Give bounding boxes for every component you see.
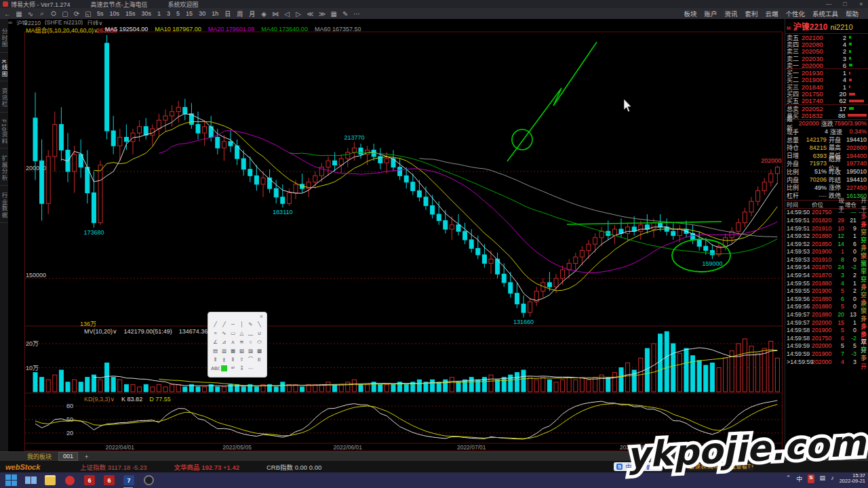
draw-tool-icon-34[interactable]: ⋯ xyxy=(246,365,255,372)
draw-tool-icon-1[interactable]: ╱ xyxy=(220,321,229,328)
toolbar-icon-7[interactable]: ◱ xyxy=(85,10,92,18)
taskbar-app-wh6-5[interactable]: 6 xyxy=(102,474,116,487)
welcome-tab[interactable]: 系统欢迎图 xyxy=(168,0,199,9)
draw-tool-icon-19[interactable]: ▥ xyxy=(220,347,229,354)
draw-tool-icon-8[interactable]: ▭ xyxy=(229,329,237,337)
ime-icon-4[interactable]: ⊞ xyxy=(654,464,660,470)
draw-tool-icon-21[interactable]: ▧ xyxy=(237,347,246,354)
ime-icon-1[interactable]: ' xyxy=(634,464,635,470)
tray-icon-0[interactable]: ⌃ xyxy=(786,474,791,483)
ime-icon-2[interactable]: ✎ xyxy=(638,464,644,470)
toolbar-right-icon-5[interactable]: ≫ xyxy=(319,10,326,18)
period-button-15[interactable]: 15 xyxy=(185,10,193,17)
maximize-button[interactable]: □ xyxy=(838,1,852,7)
toolbar-right-icon-6[interactable]: ▦ xyxy=(330,10,337,18)
tray-icon-3[interactable]: ▤ xyxy=(820,474,826,483)
menu-item-个性化[interactable]: 个性化 xyxy=(785,9,805,18)
draw-tool-icon-28[interactable]: ⌒ xyxy=(246,356,255,363)
draw-tool-icon-17[interactable]: ⬭ xyxy=(255,338,264,346)
draw-tool-icon-5[interactable]: ╲ xyxy=(255,321,264,328)
toolbar-right-icon-3[interactable]: ▷ xyxy=(295,10,302,18)
draw-tool-icon-33[interactable]: ⁑ xyxy=(237,365,246,372)
toolbar-icon-4[interactable]: ⛭ xyxy=(50,9,57,18)
tray-icon-2[interactable]: S xyxy=(808,474,814,483)
draw-tool-icon-30[interactable]: ABC xyxy=(211,365,220,372)
toolbar-right-icon-8[interactable]: ⋯ xyxy=(353,10,360,18)
taskbar-app-browser[interactable] xyxy=(63,474,77,487)
book-row-卖一[interactable]: 卖一2020006 xyxy=(785,62,868,68)
ime-icon-0[interactable]: 中 xyxy=(625,462,631,471)
toolbar-icon-0[interactable]: ← xyxy=(4,10,11,18)
tick-tape-list[interactable]: 14:59:50201750----------14:59:5120182029… xyxy=(785,209,868,366)
draw-tool-icon-0[interactable]: ╱ xyxy=(211,321,220,328)
taskbar-app-start[interactable] xyxy=(4,474,18,487)
toolbar-icon-2[interactable]: ∿ xyxy=(27,10,34,18)
toolbar-icon-6[interactable]: ⟳ xyxy=(73,10,80,18)
draw-tool-icon-20[interactable]: ▦ xyxy=(229,347,237,354)
toolbar-icon-1[interactable]: ▦ xyxy=(16,10,22,18)
menu-item-账户[interactable]: 账户 xyxy=(704,9,717,18)
draw-tool-icon-3[interactable]: │ xyxy=(237,321,246,328)
draw-tool-icon-14[interactable]: ⋏ xyxy=(229,338,237,346)
menu-item-云端[interactable]: 云端 xyxy=(765,9,778,18)
draw-tool-icon-23[interactable]: ▩ xyxy=(255,347,264,354)
symbol-bar[interactable]: ∞ 沪镍2210 (SHFE ni2210) 日线∨ xyxy=(8,19,785,25)
draw-tool-icon-7[interactable]: ∿ xyxy=(220,329,229,337)
mv-value-0[interactable]: MV(10,20)∨ xyxy=(84,328,117,335)
sidebar-tab-行业数据[interactable]: 行业数据 xyxy=(0,192,8,223)
sidebar-tab-K线图[interactable]: K线图 xyxy=(0,60,8,82)
period-button-3[interactable]: 3 xyxy=(166,10,171,17)
draw-tool-icon-18[interactable]: ▤ xyxy=(211,347,220,354)
sidebar-tab-分时图[interactable]: 分时图 xyxy=(0,28,8,53)
chart-region[interactable]: 20000015000020万10万8050202022/04/012022/0… xyxy=(8,25,785,451)
minimize-button[interactable]: — xyxy=(822,1,835,7)
draw-tool-icon-4[interactable]: ✎ xyxy=(246,321,255,328)
toolbar-right-icon-1[interactable]: ⋈ xyxy=(272,10,279,18)
period-button-日[interactable]: 日 xyxy=(224,9,231,18)
period-button-1h[interactable]: 1h xyxy=(211,10,219,17)
period-button-30s[interactable]: 30s xyxy=(141,10,153,17)
taskbar-app-obs[interactable] xyxy=(142,474,155,487)
toolbar-right-icon-0[interactable]: ◈ xyxy=(260,10,267,18)
draw-tool-icon-16[interactable]: ○ xyxy=(246,338,255,346)
input-method-bar[interactable]: S 中'✎▦⊞ xyxy=(614,462,663,471)
sidebar-tab-扩展分析[interactable]: 扩展分析 xyxy=(0,155,8,186)
toolbar-right-icon-2[interactable]: ◁ xyxy=(283,10,290,18)
draw-tool-icon-13[interactable]: ⊿ xyxy=(220,338,229,346)
draw-tool-icon-31[interactable] xyxy=(221,365,227,371)
period-button-5s[interactable]: 5s xyxy=(96,10,104,17)
taskbar-app-taskview[interactable] xyxy=(24,474,37,487)
draw-tool-icon-24[interactable]: ⫴ xyxy=(211,356,220,363)
close-icon[interactable]: × xyxy=(260,313,263,320)
draw-tool-icon-10[interactable]: ﹏ xyxy=(246,329,255,337)
period-button-1[interactable]: 1 xyxy=(157,10,161,17)
draw-tool-icon-12[interactable]: ∠ xyxy=(211,338,220,346)
close-button[interactable]: × xyxy=(854,1,868,7)
sidebar-tab-F10资料[interactable]: F10资料 xyxy=(0,119,8,149)
tray-icon-4[interactable]: ♪ xyxy=(831,474,834,483)
period-button-15s[interactable]: 15s xyxy=(125,10,136,17)
period-button-5[interactable]: 5 xyxy=(176,10,180,17)
kline-chart-canvas[interactable]: 20000015000020万10万8050202022/04/012022/0… xyxy=(8,25,785,451)
draw-tool-icon-9[interactable]: △ xyxy=(237,329,246,337)
kd-value-0[interactable]: KD(9,3,3)∨ xyxy=(84,396,115,403)
toolbar-right-icon-4[interactable]: ≪ xyxy=(307,10,313,18)
toolbar-icon-5[interactable]: ▢ xyxy=(62,10,68,18)
watchlist-tab-001[interactable]: 001 xyxy=(58,452,78,461)
period-button-10s[interactable]: 10s xyxy=(109,10,121,17)
taskbar-app-wh6-4[interactable]: 6 xyxy=(83,474,96,487)
period-button-月[interactable]: 月 xyxy=(248,9,256,18)
book-row-买五[interactable]: 买五20174062 xyxy=(785,98,868,104)
taskbar-clock[interactable]: 15:37 2022-09-21 xyxy=(840,473,865,484)
draw-tool-icon-32[interactable]: ᵃᶻ xyxy=(229,365,237,372)
menu-item-系统工具[interactable]: 系统工具 xyxy=(812,9,838,18)
ime-icon-3[interactable]: ▦ xyxy=(646,464,652,470)
draw-tool-icon-27[interactable]: ⇧ xyxy=(237,356,246,363)
period-button-30[interactable]: 30 xyxy=(198,10,206,17)
draw-tool-icon-22[interactable]: ▨ xyxy=(246,347,255,354)
draw-tool-icon-25[interactable]: ⫵ xyxy=(220,356,229,363)
watchlist-group-label[interactable]: 我的板块 xyxy=(27,452,52,461)
ma-value-0[interactable]: MA组合(5,10,20,40,60,0)∨ xyxy=(26,26,98,35)
taskbar-app-explorer[interactable] xyxy=(43,474,57,487)
draw-tool-icon-6[interactable]: ≈ xyxy=(211,329,220,337)
